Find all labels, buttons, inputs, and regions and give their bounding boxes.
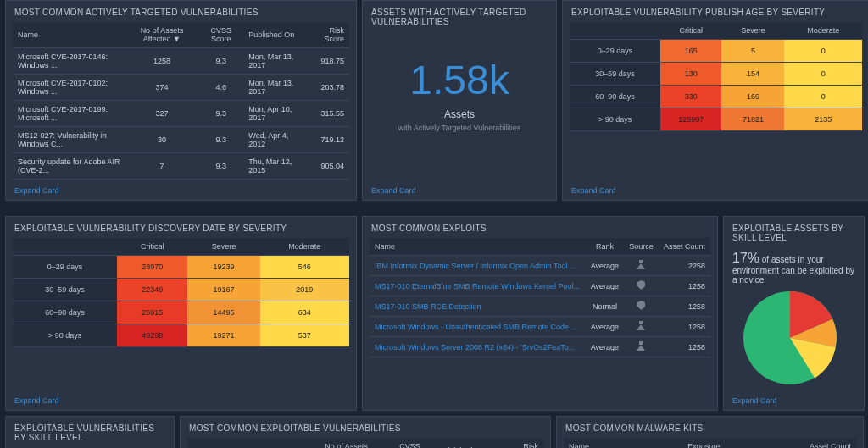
col-assets[interactable]: No of Assets Affected ▼ [307,438,387,448]
table-row[interactable]: MS17-010 SMB RCE Detection Normal 1258 [370,296,710,317]
heat-cell[interactable]: 330 [660,86,721,108]
big-metric-value: 1.58k [370,57,549,103]
heat-cell[interactable]: 537 [260,324,349,347]
table-row[interactable]: Security update for Adobe AIR (CVE-2... … [13,153,349,180]
col-name[interactable]: Name [370,238,586,256]
heat-cell[interactable]: 25915 [117,301,187,324]
heat-cell[interactable]: 154 [721,63,784,86]
col-published[interactable]: Published On [434,438,499,448]
heat-col-header: Moderate [260,238,349,256]
col-name[interactable]: Name [564,438,659,448]
heat-cell[interactable]: 165 [660,40,721,63]
col-name[interactable]: Name [187,438,307,448]
heat-cell[interactable]: 28970 [117,256,187,279]
expand-card-link[interactable]: Expand Card [6,393,356,410]
cell-name: Microsoft CVE-2017-0146: Windows ... [13,48,125,75]
card-title: EXPLOITABLE ASSETS BY SKILL LEVEL [724,217,864,247]
table-row[interactable]: Microsoft CVE-2017-0146: Windows ... 125… [13,48,349,75]
expand-card-link[interactable]: Expand Card [6,183,356,200]
table-row[interactable]: MS12-027: Vulnerability in Windows C... … [13,127,349,153]
cell-published: Thu, Mar 12, 2015 [243,153,307,180]
heat-cell[interactable]: 5 [721,40,784,63]
heat-col-header: Critical [660,22,721,40]
cell-assets: 7 [125,153,198,180]
col-risk[interactable]: Risk Score [307,22,349,48]
card-targeted-vulnerabilities: MOST COMMON ACTIVELY TARGETED VULNERABIL… [5,0,357,201]
expand-card-link[interactable]: Expand Card [363,183,556,200]
cell-name[interactable]: IBM Informix Dynamic Server / Informix O… [370,256,586,276]
table-row[interactable]: IBM Informix Dynamic Server / Informix O… [370,256,710,276]
cell-name[interactable]: MS17-010 SMB RCE Detection [370,296,586,317]
big-metric-label: Assets [370,108,549,120]
col-name[interactable]: Name [13,22,125,48]
heat-cell[interactable]: 19271 [187,324,259,347]
cell-assets: 374 [125,75,198,101]
col-count[interactable]: Asset Count [659,238,710,256]
cell-rank: Normal [586,296,624,317]
cell-name[interactable]: MS17-010 EternalBlue SMB Remote Windows … [370,276,586,296]
cell-count: 1258 [659,296,710,317]
heat-cell[interactable]: 2019 [260,279,349,301]
malware-kits-table: Name Exposure Asset Count WannaCry Favor… [564,438,856,448]
col-assets[interactable]: No of Assets Affected ▼ [125,22,198,48]
cell-risk: 203.78 [307,75,349,101]
cell-assets: 1258 [125,48,198,75]
card-skill-assets: EXPLOITABLE ASSETS BY SKILL LEVEL 17% of… [723,216,865,411]
table-row[interactable]: Microsoft CVE-2017-0102: Windows ... 374… [13,75,349,101]
cell-count: 1258 [659,317,710,337]
table-row[interactable]: Microsoft Windows Server 2008 R2 (x64) -… [370,337,710,357]
cell-cvss: 4.6 [198,75,243,101]
card-assets-targeted: ASSETS WITH ACTIVELY TARGETED VULNERABIL… [362,0,557,201]
col-source[interactable]: Source [624,238,659,256]
heat-cell[interactable]: 546 [260,256,349,279]
card-publish-age: EXPLOITABLE VULNERABILITY PUBLISH AGE BY… [562,0,868,201]
heat-cell[interactable]: 19239 [187,256,259,279]
cell-name[interactable]: Microsoft Windows Server 2008 R2 (x64) -… [370,337,586,357]
col-count[interactable]: Asset Count [748,438,856,448]
publish-age-heatmap: CriticalSevereModerate0–29 days1655030–5… [570,22,862,131]
cell-rank: Average [586,256,624,276]
heat-col-header: Severe [721,22,784,40]
table-row[interactable]: Microsoft Windows - Unauthenticated SMB … [370,317,710,337]
heat-cell[interactable]: 22349 [117,279,187,301]
table-row[interactable]: Microsoft CVE-2017-0199: Microsoft ... 3… [13,101,349,127]
col-rank[interactable]: Rank [586,238,624,256]
cell-cvss: 9.3 [198,48,243,75]
expand-card-link[interactable]: Expand Card [724,393,864,410]
heat-row-label: 0–29 days [13,256,117,279]
card-discovery-date: EXPLOITABLE VULNERABILITY DISCOVERY DATE… [5,216,357,411]
shield-icon [637,301,645,310]
col-cvss[interactable]: CVSS Score [386,438,433,448]
heat-cell[interactable]: 2135 [784,108,862,131]
heat-cell[interactable]: 0 [784,86,862,108]
cell-published: Mon, Mar 13, 2017 [243,75,307,101]
cell-count: 1258 [659,276,710,296]
heat-cell[interactable]: 19167 [187,279,259,301]
shield-icon [637,280,645,290]
table-row[interactable]: MS17-010 EternalBlue SMB Remote Windows … [370,276,710,296]
heat-cell[interactable]: 125907 [660,108,721,131]
cell-assets: 327 [125,101,198,127]
heat-cell[interactable]: 169 [721,86,784,108]
col-risk[interactable]: Risk Score [499,438,543,448]
heat-cell[interactable]: 634 [260,301,349,324]
heat-cell[interactable]: 14495 [187,301,259,324]
heat-cell[interactable]: 130 [660,63,721,86]
common-exploits-table: Name Rank Source Asset Count IBM Informi… [370,238,710,357]
cell-name: MS12-027: Vulnerability in Windows C... [13,127,125,153]
col-cvss[interactable]: CVSS Score [198,22,243,48]
heat-cell[interactable]: 0 [784,63,862,86]
card-title: EXPLOITABLE VULNERABILITY PUBLISH AGE BY… [563,1,868,22]
cell-name[interactable]: Microsoft Windows - Unauthenticated SMB … [370,317,586,337]
cell-name: Security update for Adobe AIR (CVE-2... [13,153,125,180]
expand-card-link[interactable]: Expand Card [563,183,868,200]
heat-cell[interactable]: 71821 [721,108,784,131]
col-published[interactable]: Published On [243,22,307,48]
heat-cell[interactable]: 0 [784,40,862,63]
heat-cell[interactable]: 49298 [117,324,187,347]
cell-source [624,296,659,317]
cell-rank: Average [586,317,624,337]
cell-cvss: 9.3 [198,153,243,180]
flask-icon [637,260,645,269]
col-exposure[interactable]: Exposure [659,438,748,448]
